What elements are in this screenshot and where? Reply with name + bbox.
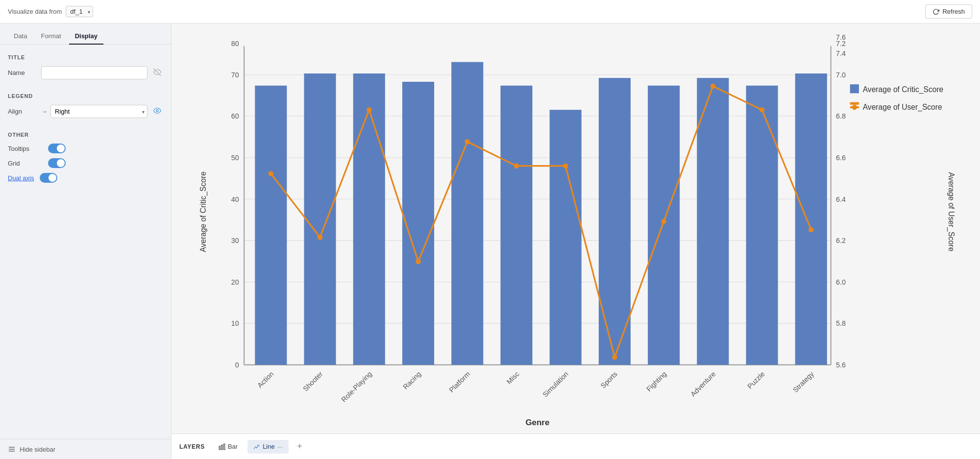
svg-text:Platform: Platform [447,370,471,394]
eye-icon [153,107,161,115]
bar-role-playing [353,73,385,365]
tooltips-toggle[interactable] [48,144,66,153]
svg-text:6.6: 6.6 [836,154,846,162]
svg-text:7.4: 7.4 [836,49,846,57]
other-section-heading: OTHER [8,132,163,138]
svg-text:Sports: Sports [599,370,619,390]
hide-sidebar-button[interactable]: Hide sidebar [0,439,171,459]
legend-bar-label: Average of Critic_Score [863,85,944,94]
refresh-icon [932,8,939,15]
svg-point-43 [612,355,617,360]
refresh-label: Refresh [942,8,965,15]
tab-data[interactable]: Data [8,28,33,45]
layers-label: LAYERS [179,443,205,450]
tab-format[interactable]: Format [35,28,67,45]
top-bar: Visualize data from df_1 Refresh [0,0,980,24]
svg-rect-61 [221,445,222,449]
line-dots [269,84,814,360]
dual-axis-row: Dual axis [8,173,163,183]
layer-line-label: Line [263,443,275,450]
chart-svg: 0 10 20 30 40 50 60 70 80 5.6 5.8 6.0 6.… [181,33,970,429]
svg-point-47 [808,227,813,232]
align-eye-button[interactable] [151,105,163,118]
bar-sports [599,78,631,365]
svg-text:Racing: Racing [401,370,422,391]
svg-point-44 [661,219,666,224]
svg-text:6.2: 6.2 [836,237,846,244]
bar-chart-icon [219,443,225,450]
sidebar-content: TITLE Name LEGEND A [0,45,171,197]
svg-text:40: 40 [231,195,239,203]
svg-text:0: 0 [235,361,239,369]
svg-text:6.8: 6.8 [836,112,846,120]
svg-text:Action: Action [256,370,275,389]
name-eye-button[interactable] [151,66,163,79]
svg-text:50: 50 [231,154,239,162]
layer-line-tab[interactable]: Line ··· [247,440,289,454]
tab-display[interactable]: Display [69,28,103,45]
bar-strategy [795,73,827,365]
svg-text:20: 20 [231,278,239,286]
line-chart-icon [253,443,260,450]
df-select[interactable]: df_1 [66,6,93,17]
hide-sidebar-icon [8,445,16,453]
svg-point-40 [465,139,470,144]
svg-text:Role-Playing: Role-Playing [340,370,373,404]
svg-point-38 [367,107,371,112]
layer-line-dots[interactable]: ··· [277,443,283,451]
svg-point-46 [760,107,764,112]
refresh-button[interactable]: Refresh [925,4,972,19]
svg-point-37 [318,235,322,240]
bar-simulation [550,110,582,365]
sidebar: Data Format Display TITLE Name [0,24,172,459]
bar-misc [500,86,532,365]
svg-rect-60 [219,446,220,449]
svg-point-39 [416,259,420,264]
svg-point-36 [269,171,273,176]
align-select[interactable]: Left Center Right [50,105,147,118]
add-layer-button[interactable]: + [293,440,306,454]
hide-sidebar-label: Hide sidebar [20,446,55,453]
dual-axis-label[interactable]: Dual axis [8,174,34,182]
svg-point-45 [710,84,715,89]
grid-label: Grid [8,160,42,167]
svg-text:7.0: 7.0 [836,71,846,79]
dual-axis-toggle[interactable] [40,173,57,183]
chart-main: 0 10 20 30 40 50 60 70 80 5.6 5.8 6.0 6.… [172,24,980,434]
svg-text:80: 80 [231,40,239,48]
arrow-right-icon: → [41,108,48,115]
svg-text:60: 60 [231,112,239,120]
align-select-wrap[interactable]: → Left Center Right [41,105,147,118]
legend-line-dot [852,105,857,110]
svg-text:Strategy: Strategy [791,370,816,394]
svg-text:Shooter: Shooter [301,370,324,393]
legend-line-swatch [850,102,859,105]
bar-platform [451,62,483,365]
svg-text:6.4: 6.4 [836,195,846,203]
svg-text:Adventure: Adventure [689,370,717,398]
svg-text:Fighting: Fighting [645,370,668,393]
svg-text:Misc: Misc [505,370,520,386]
tooltips-label: Tooltips [8,145,42,152]
add-layer-icon: + [297,441,302,452]
y-right-labels: 5.6 5.8 6.0 6.2 6.4 6.6 6.8 7.0 7.2 [836,40,846,369]
bar-puzzle [746,86,778,365]
legend: Average of Critic_Score Average of User_… [850,84,944,112]
name-input[interactable] [41,66,147,79]
bar-action [255,86,287,365]
svg-text:Puzzle: Puzzle [746,370,766,390]
tooltips-row: Tooltips [8,144,163,153]
legend-bar-swatch [850,84,859,93]
bar-fighting [648,86,680,365]
df-select-wrap[interactable]: df_1 [66,6,93,17]
visualize-label: Visualize data from [8,8,62,15]
svg-text:30: 30 [231,237,239,244]
layer-bar-tab[interactable]: Bar [213,440,244,453]
name-label: Name [8,69,37,76]
grid-toggle[interactable] [48,158,66,168]
layer-bar-label: Bar [228,443,238,450]
bar-adventure [697,78,729,365]
other-section: OTHER Tooltips Grid Dual axis [8,132,163,188]
svg-text:Simulation: Simulation [541,370,570,399]
legend-line-label: Average of User_Score [863,103,942,112]
